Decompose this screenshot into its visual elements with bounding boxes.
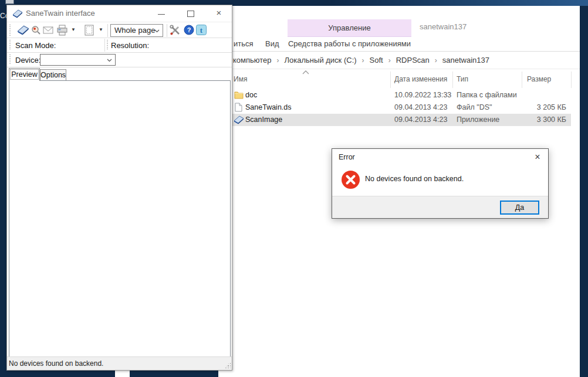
ribbon-tab-application-tools[interactable]: Средства работы с приложениями (288, 37, 411, 51)
scanner-icon (234, 116, 244, 124)
column-separator[interactable] (452, 72, 453, 88)
scanmode-resolution-bar: Scan Mode: Resolution: (7, 38, 232, 53)
dialog-title: Error (339, 149, 355, 165)
window-title: SaneTwain interface (26, 5, 95, 22)
file-row-sanetwain-ds[interactable]: SaneTwain.ds 09.04.2013 4:23 Файл "DS" 3… (232, 101, 571, 114)
close-icon: × (217, 8, 222, 18)
page-layout-icon[interactable] (85, 25, 94, 36)
file-name[interactable]: doc (245, 89, 257, 101)
tab-preview[interactable]: Preview (9, 68, 40, 81)
maximize-button[interactable] (182, 6, 200, 21)
chevron-right-icon: › (272, 56, 285, 64)
status-text: No devices found on backend. (7, 359, 103, 368)
scan-button-icon[interactable] (17, 25, 29, 35)
breadcrumb[interactable]: компьютер›Локальный диск (C:)›Soft›RDPSc… (233, 52, 489, 69)
preview-zoom-icon[interactable] (31, 25, 41, 35)
resize-grip-icon[interactable] (224, 362, 231, 368)
ribbon-tab-view[interactable]: Вид (265, 37, 279, 51)
error-icon (341, 170, 360, 189)
error-dialog: Error × No devices found on backend. Да (332, 148, 549, 219)
dialog-message: No devices found on backend. (365, 175, 464, 183)
toolbar-separator (107, 24, 108, 37)
maximize-icon (187, 11, 194, 17)
folder-icon (234, 91, 244, 99)
column-separator[interactable] (571, 72, 572, 88)
toolbar-grip[interactable] (107, 40, 108, 50)
taskbar-peek-icon (5, 0, 14, 4)
help-icon[interactable]: ? (184, 25, 194, 35)
column-header-type[interactable]: Тип (457, 75, 468, 83)
tab-options[interactable]: Options (40, 69, 66, 81)
breadcrumb-item[interactable]: компьютер (233, 56, 272, 64)
scan-mode-label: Scan Mode: (15, 38, 56, 53)
column-separator[interactable] (522, 72, 522, 88)
file-date: 09.04.2013 4:23 (394, 101, 447, 114)
page-mode-select[interactable]: Whole page (110, 24, 163, 37)
chevron-down-icon (154, 29, 160, 33)
breadcrumb-item[interactable]: sanetwain137 (442, 56, 489, 64)
sanetwain-window: SaneTwain interface × ▼ (6, 5, 232, 371)
file-date: 09.04.2013 4:23 (394, 114, 447, 126)
device-label: Device: (15, 53, 40, 67)
bar-divider (104, 39, 105, 52)
dialog-footer: Да (332, 196, 548, 218)
svg-text:t: t (200, 26, 203, 35)
file-row-scanimage-selected[interactable]: ScanImage 09.04.2013 4:23 Приложение 3 3… (232, 114, 571, 126)
breadcrumb-item[interactable]: Локальный диск (C:) (285, 56, 357, 64)
column-header-size[interactable]: Размер (527, 75, 551, 83)
close-button[interactable]: × (210, 6, 228, 21)
twitter-icon[interactable]: t (196, 25, 207, 35)
print-icon[interactable] (56, 25, 68, 36)
sort-ascending-icon (302, 70, 309, 74)
chevron-right-icon: › (430, 56, 442, 64)
toolbar-grip[interactable] (9, 55, 11, 65)
status-bar: No devices found on backend. (7, 356, 232, 370)
file-name[interactable]: SaneTwain.ds (245, 101, 292, 114)
toolbar-grip[interactable] (9, 40, 11, 50)
dialog-close-button[interactable]: × (529, 149, 546, 165)
tab-preview-label: Preview (11, 70, 37, 79)
tab-options-label: Options (40, 71, 66, 79)
file-row-doc[interactable]: doc 10.09.2022 13:33 Папка с файлами (232, 89, 571, 101)
chevron-right-icon: › (383, 56, 396, 64)
ribbon-tab-share-partial[interactable]: иться (234, 37, 254, 51)
minimize-button[interactable] (153, 6, 170, 21)
close-icon: × (535, 152, 540, 162)
svg-text:?: ? (187, 26, 191, 33)
column-header-name[interactable]: Имя (234, 75, 247, 83)
main-toolbar: ▼ ▼ Whole page ? t (7, 22, 232, 38)
breadcrumb-item[interactable]: Soft (370, 56, 383, 64)
preview-panel[interactable] (9, 80, 231, 357)
yes-button[interactable]: Да (500, 201, 539, 215)
breadcrumb-item[interactable]: RDPScan (396, 56, 430, 64)
scanner-icon (12, 9, 23, 18)
minimize-icon (158, 14, 165, 15)
settings-tools-icon[interactable] (170, 25, 181, 36)
page-mode-value: Whole page (114, 26, 155, 35)
document-icon (235, 103, 242, 112)
print-dropdown-icon[interactable]: ▼ (71, 22, 76, 38)
column-separator[interactable] (390, 72, 391, 88)
yes-button-label: Да (515, 203, 524, 212)
device-bar: Device: (7, 53, 232, 67)
device-select[interactable] (40, 54, 116, 66)
chevron-down-icon (107, 59, 112, 62)
file-name[interactable]: ScanImage (245, 114, 282, 126)
file-date: 10.09.2022 13:33 (394, 89, 451, 101)
file-type: Папка с файлами (457, 89, 517, 101)
resolution-label: Resolution: (111, 38, 149, 53)
ribbon-contextual-group[interactable]: Управление (288, 19, 411, 37)
toolbar-separator (167, 24, 167, 37)
explorer-window-title: sanetwain137 (420, 22, 467, 31)
chevron-right-icon: › (357, 56, 370, 64)
page-layout-dropdown-icon[interactable]: ▼ (99, 22, 103, 38)
column-header-date[interactable]: Дата изменения (394, 75, 447, 83)
email-icon[interactable] (43, 26, 53, 34)
address-bar-divider (218, 69, 580, 69)
toolbar-grip[interactable] (9, 25, 11, 36)
file-size: 3 205 КБ (485, 101, 566, 114)
file-size: 3 300 КБ (485, 114, 566, 126)
desktop-gradient (329, 0, 588, 6)
